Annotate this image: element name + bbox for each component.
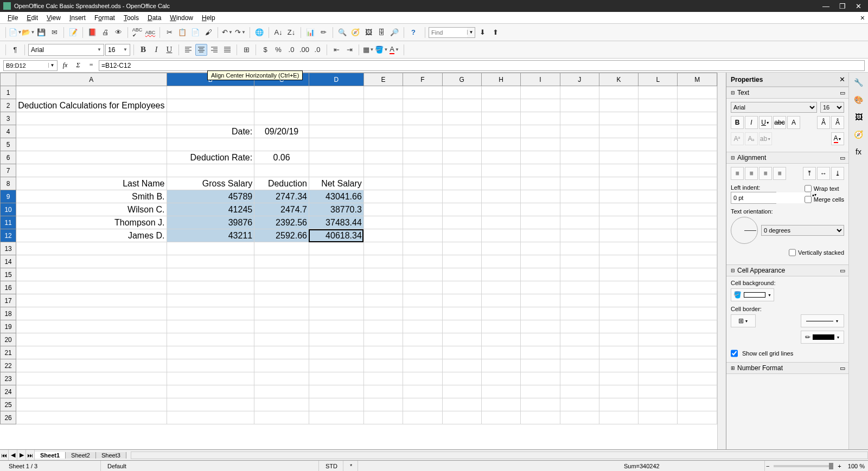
row-header-11[interactable]: 11 xyxy=(1,216,16,229)
cell-G25[interactable] xyxy=(442,398,481,411)
zoom-in-button[interactable]: + xyxy=(838,463,841,469)
cell-G20[interactable] xyxy=(442,333,481,346)
cell-B20[interactable] xyxy=(167,333,254,346)
cell-border-style[interactable]: ▼ xyxy=(801,314,844,327)
tab-last-button[interactable]: ⏭ xyxy=(26,450,35,460)
cell-D17[interactable] xyxy=(309,294,363,307)
cell-H21[interactable] xyxy=(481,346,520,359)
cell-J7[interactable] xyxy=(560,164,599,177)
cell-K6[interactable] xyxy=(599,151,638,164)
cell-M19[interactable] xyxy=(678,320,717,333)
find-dropdown[interactable]: ▼ xyxy=(467,30,475,35)
cell-M21[interactable] xyxy=(678,346,717,359)
cell-A6[interactable] xyxy=(16,151,167,164)
new-doc-button[interactable]: 📄▼ xyxy=(9,27,21,38)
row-header-12[interactable]: 12 xyxy=(1,229,16,242)
cell-B17[interactable] xyxy=(167,294,254,307)
cell-K10[interactable] xyxy=(599,203,638,216)
bold-button[interactable]: B xyxy=(137,44,149,56)
cell-G22[interactable] xyxy=(442,359,481,372)
row-header-26[interactable]: 26 xyxy=(1,411,16,424)
cell-E6[interactable] xyxy=(363,151,403,164)
cell-F18[interactable] xyxy=(403,307,442,320)
panel-subscript-button[interactable]: Aₐ xyxy=(745,132,758,145)
cell-D15[interactable] xyxy=(309,268,363,281)
cell-F13[interactable] xyxy=(403,242,442,255)
cell-H20[interactable] xyxy=(481,333,520,346)
remove-decimal-button[interactable]: .0 xyxy=(311,44,323,56)
cell-J1[interactable] xyxy=(560,86,599,99)
find-prev-button[interactable]: ⬆ xyxy=(489,27,501,38)
cell-D11[interactable]: 37483.44 xyxy=(309,216,363,229)
row-header-17[interactable]: 17 xyxy=(1,294,16,307)
cell-C12[interactable]: 2592.66 xyxy=(254,229,309,242)
cell-G16[interactable] xyxy=(442,281,481,294)
panel-fontcolor-button[interactable]: A▼ xyxy=(831,132,844,145)
tab-next-button[interactable]: ▶ xyxy=(17,450,26,460)
cell-D1[interactable] xyxy=(309,86,363,99)
panel-superscript-button[interactable]: Aᵃ xyxy=(731,132,744,145)
cell-D20[interactable] xyxy=(309,333,363,346)
cell-G6[interactable] xyxy=(442,151,481,164)
cell-M26[interactable] xyxy=(678,411,717,424)
cell-D24[interactable] xyxy=(309,385,363,398)
grid-container[interactable]: ABCDEFGHIJKLM12Deduction Calculations fo… xyxy=(0,73,717,449)
cell-M14[interactable] xyxy=(678,255,717,268)
cell-M9[interactable] xyxy=(678,190,717,203)
cell-L10[interactable] xyxy=(639,203,678,216)
format-paintbrush-button[interactable]: 🖌 xyxy=(202,27,214,38)
section-more-icon[interactable]: ▭ xyxy=(840,89,845,96)
cell-M22[interactable] xyxy=(678,359,717,372)
cell-C22[interactable] xyxy=(254,359,309,372)
cell-B11[interactable]: 39876 xyxy=(167,216,254,229)
cell-I7[interactable] xyxy=(521,164,560,177)
cell-G4[interactable] xyxy=(442,125,481,138)
cell-K2[interactable] xyxy=(599,99,638,112)
cell-F17[interactable] xyxy=(403,294,442,307)
cell-C8[interactable]: Deduction xyxy=(254,177,309,190)
cell-B3[interactable] xyxy=(167,112,254,125)
cell-F24[interactable] xyxy=(403,385,442,398)
section-cell-appearance-header[interactable]: ⊟ Cell Appearance ▭ xyxy=(726,264,848,276)
row-header-24[interactable]: 24 xyxy=(1,385,16,398)
panel-align-left-button[interactable]: ≡ xyxy=(731,167,744,180)
cell-A16[interactable] xyxy=(16,281,167,294)
cell-C18[interactable] xyxy=(254,307,309,320)
cell-E26[interactable] xyxy=(363,411,403,424)
panel-valign-bot-button[interactable]: ⤓ xyxy=(831,167,844,180)
cell-A18[interactable] xyxy=(16,307,167,320)
row-header-21[interactable]: 21 xyxy=(1,346,16,359)
cell-H25[interactable] xyxy=(481,398,520,411)
sum-button[interactable]: Σ xyxy=(73,60,84,71)
orientation-select[interactable]: 0 degrees xyxy=(761,225,844,236)
cell-H12[interactable] xyxy=(481,229,520,242)
decrease-indent-button[interactable]: ⇤ xyxy=(330,44,342,56)
cell-K22[interactable] xyxy=(599,359,638,372)
menu-insert[interactable]: Insert xyxy=(65,13,90,23)
cell-B21[interactable] xyxy=(167,346,254,359)
fontcolor-button[interactable]: A▼ xyxy=(388,44,400,56)
cell-H1[interactable] xyxy=(481,86,520,99)
cell-D5[interactable] xyxy=(309,138,363,151)
cell-E7[interactable] xyxy=(363,164,403,177)
cell-F5[interactable] xyxy=(403,138,442,151)
cell-B26[interactable] xyxy=(167,411,254,424)
cell-L17[interactable] xyxy=(639,294,678,307)
cell-B5[interactable] xyxy=(167,138,254,151)
cell-G2[interactable] xyxy=(442,99,481,112)
orientation-dial[interactable] xyxy=(731,217,758,244)
cell-A3[interactable] xyxy=(16,112,167,125)
cell-C19[interactable] xyxy=(254,320,309,333)
zoom-out-button[interactable]: − xyxy=(766,463,769,469)
cell-H5[interactable] xyxy=(481,138,520,151)
cell-B15[interactable] xyxy=(167,268,254,281)
cell-A1[interactable] xyxy=(16,86,167,99)
cell-K21[interactable] xyxy=(599,346,638,359)
cell-I12[interactable] xyxy=(521,229,560,242)
menu-edit[interactable]: Edit xyxy=(22,13,42,23)
cell-M24[interactable] xyxy=(678,385,717,398)
cell-A9[interactable]: Smith B. xyxy=(16,190,167,203)
panel-italic-button[interactable]: I xyxy=(745,116,758,129)
font-name-combo[interactable]: Arial ▼ xyxy=(28,44,104,56)
cell-border-preset[interactable]: ⊞▼ xyxy=(731,314,756,327)
